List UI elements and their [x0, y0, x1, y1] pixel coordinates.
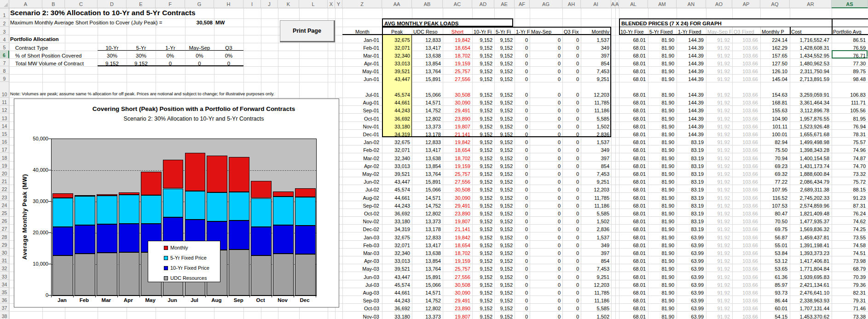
blended-data-cell[interactable]: 168.81	[760, 98, 789, 105]
peak-data-cell[interactable]: 0	[530, 177, 562, 185]
column-header-AI[interactable]: AI	[581, 0, 611, 8]
blended-data-cell[interactable]: 100.01	[760, 129, 789, 137]
blended-data-cell[interactable]: 54.15	[760, 311, 789, 319]
blended-data-cell[interactable]: 104.90	[760, 113, 789, 121]
peak-data-cell[interactable]: 32,071	[382, 240, 412, 248]
peak-data-cell[interactable]: 0	[515, 256, 530, 264]
peak-data-cell[interactable]: 36,692	[382, 209, 412, 216]
peak-data-cell[interactable]: 13,373	[412, 216, 443, 224]
peak-data-cell[interactable]: 0	[530, 105, 562, 113]
peak-data-cell[interactable]: 9,152	[494, 232, 515, 240]
blended-data-cell[interactable]: 81.90	[648, 303, 676, 311]
blended-data-cell[interactable]: 68.01	[619, 153, 648, 161]
peak-data-cell[interactable]: 9,152	[472, 303, 494, 311]
peak-data-cell[interactable]: 9,152	[472, 51, 494, 58]
month-cell[interactable]: Nov-01	[342, 122, 381, 129]
row-header-21[interactable]: 21	[0, 177, 9, 185]
row-header-11[interactable]: 11	[0, 98, 9, 105]
blended-data-cell[interactable]: 1,393,373.23	[790, 248, 831, 256]
peak-data-cell[interactable]: 21,141	[443, 224, 472, 232]
blended-data-cell[interactable]: 162.29	[760, 43, 789, 51]
peak-data-cell[interactable]: 0	[562, 137, 581, 145]
month-cell[interactable]: Dec-02	[342, 224, 381, 232]
blended-data-cell[interactable]: 81.90	[648, 288, 676, 296]
peak-data-cell[interactable]: 13,854	[412, 58, 443, 66]
blended-data-cell[interactable]: 91.92	[706, 177, 732, 185]
peak-data-cell[interactable]: 0	[515, 58, 530, 66]
peak-data-cell[interactable]: 30,090	[443, 288, 472, 296]
blended-data-cell[interactable]: 103.66	[732, 98, 760, 105]
peak-data-cell[interactable]: 0	[530, 145, 562, 153]
peak-data-cell[interactable]: 0	[515, 209, 530, 216]
peak-data-cell[interactable]: 2,836	[581, 224, 611, 232]
peak-data-cell[interactable]: 9,152	[494, 311, 515, 319]
peak-data-cell[interactable]: 0	[515, 248, 530, 256]
peak-data-cell[interactable]: 18,702	[443, 248, 472, 256]
row-header-36[interactable]: 36	[0, 296, 9, 303]
blended-data-cell[interactable]: 103.66	[732, 232, 760, 240]
peak-data-cell[interactable]: 9,152	[494, 161, 515, 169]
peak-data-cell[interactable]: 25,757	[443, 264, 472, 272]
blended-data-cell[interactable]: 63.99	[677, 296, 706, 303]
peak-data-cell[interactable]: 0	[515, 240, 530, 248]
blended-data-cell[interactable]: 144.39	[677, 129, 706, 137]
blended-data-cell[interactable]: 81.90	[648, 216, 676, 224]
peak-data-cell[interactable]: 349	[581, 145, 611, 153]
peak-data-cell[interactable]: 0	[515, 280, 530, 288]
blended-data-cell[interactable]: 69.23	[760, 161, 789, 169]
blended-data-cell[interactable]: 53.65	[760, 264, 789, 272]
blended-data-cell[interactable]: 81.90	[648, 122, 676, 129]
blended-data-cell[interactable]: 91.92	[706, 288, 732, 296]
column-header-AR[interactable]: AR	[790, 0, 832, 8]
peak-data-cell[interactable]: 18,654	[443, 240, 472, 248]
peak-data-cell[interactable]: 9,251	[581, 177, 611, 185]
peak-data-cell[interactable]: 9,152	[494, 98, 515, 105]
blended-data-cell[interactable]: 68.01	[619, 232, 648, 240]
peak-data-cell[interactable]: 9,152	[472, 232, 494, 240]
peak-data-cell[interactable]: 9,152	[494, 43, 515, 51]
peak-data-cell[interactable]: 29,491	[443, 201, 472, 209]
month-cell[interactable]: Jun-02	[342, 177, 381, 185]
peak-data-cell[interactable]: 7,453	[581, 264, 611, 272]
peak-data-cell[interactable]: 0	[530, 240, 562, 248]
peak-data-cell[interactable]: 11,785	[581, 98, 611, 105]
peak-data-cell[interactable]: 18,702	[443, 153, 472, 161]
peak-data-cell[interactable]: 29,491	[443, 105, 472, 113]
peak-table-header[interactable]: Short	[443, 27, 472, 35]
blended-data-cell[interactable]: 81.90	[648, 74, 676, 82]
blended-data-cell[interactable]: 91.92	[706, 192, 732, 200]
blended-data-cell[interactable]: 75.57	[832, 137, 868, 145]
peak-data-cell[interactable]: 9,152	[472, 74, 494, 82]
peak-data-cell[interactable]: 0	[562, 74, 581, 82]
blended-data-cell[interactable]: 68.01	[619, 145, 648, 153]
blended-data-cell[interactable]: 2,311,750.94	[790, 66, 831, 74]
blended-data-cell[interactable]: 1,417,406.81	[790, 256, 831, 264]
blended-data-cell[interactable]: 144.39	[677, 113, 706, 121]
peak-data-cell[interactable]: 0	[562, 161, 581, 169]
peak-data-cell[interactable]: 23,890	[443, 113, 472, 121]
blended-data-cell[interactable]: 103.66	[732, 224, 760, 232]
blended-data-cell[interactable]: 89.75	[832, 66, 868, 74]
blended-data-cell[interactable]: 91.92	[706, 240, 732, 248]
blended-data-cell[interactable]: 103.66	[732, 256, 760, 264]
blended-data-cell[interactable]: 81.90	[648, 240, 676, 248]
peak-data-cell[interactable]: 0	[515, 311, 530, 319]
peak-data-cell[interactable]: 0	[562, 272, 581, 279]
peak-data-cell[interactable]: 15,891	[412, 272, 443, 279]
peak-data-cell[interactable]: 1,502	[581, 216, 611, 224]
blended-data-cell[interactable]: 68.01	[619, 161, 648, 169]
column-header-AO[interactable]: AO	[706, 0, 732, 8]
blended-data-cell[interactable]: 70.39	[832, 272, 868, 279]
blended-data-cell[interactable]: 1,569,836.32	[790, 224, 831, 232]
blended-data-cell[interactable]: 83.19	[677, 153, 706, 161]
blended-table-header[interactable]: 10-Yr Fixe	[619, 27, 648, 35]
peak-data-cell[interactable]: 0	[530, 129, 562, 137]
blended-data-cell[interactable]: 91.92	[706, 82, 732, 98]
peak-data-cell[interactable]: 0	[562, 280, 581, 288]
peak-data-cell[interactable]: 9,152	[472, 248, 494, 256]
peak-data-cell[interactable]: 9,152	[494, 35, 515, 43]
blended-data-cell[interactable]: 91.92	[706, 201, 732, 209]
blended-data-cell[interactable]: 71.46	[832, 303, 868, 311]
peak-data-cell[interactable]: 9,152	[472, 272, 494, 279]
row-header-23[interactable]: 23	[0, 192, 9, 200]
